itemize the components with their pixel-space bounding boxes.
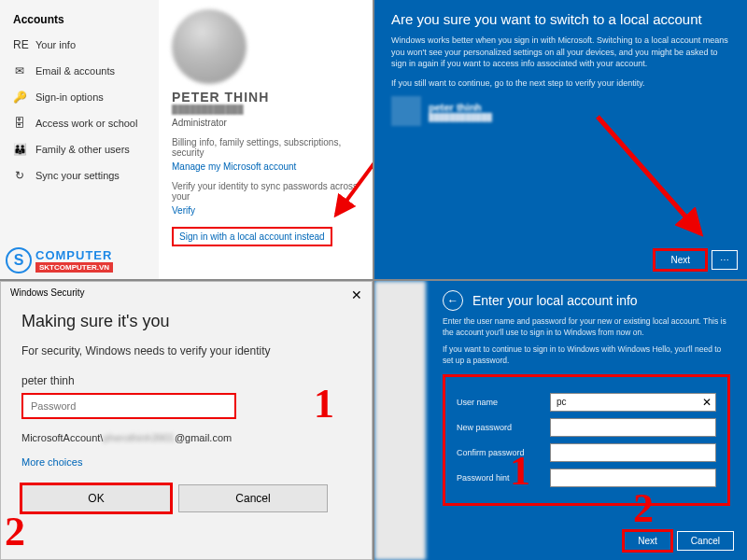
sidebar-item-sync[interactable]: ↻Sync your settings [0, 162, 159, 189]
sidebar-item-your-info[interactable]: REYour info [0, 32, 159, 58]
watermark-logo: S COMPUTER SKTCOMPUTER.VN [6, 247, 113, 273]
sidebar-title: Accounts [0, 7, 159, 32]
next-button[interactable]: Next [624, 531, 671, 551]
settings-accounts-panel: Accounts REYour info ✉Email & accounts 🔑… [0, 0, 373, 279]
dialog-buttons: OK Cancel [21, 484, 351, 512]
logo-text: COMPUTER [35, 248, 113, 262]
briefcase-icon: 🗄 [13, 117, 26, 130]
sidebar-item-family[interactable]: 👪Family & other users [0, 136, 159, 162]
password-input[interactable] [21, 393, 236, 419]
annotation-number-1: 1 [510, 447, 530, 495]
sidebar-item-label: Email & accounts [35, 65, 115, 77]
new-password-label: New password [457, 423, 541, 432]
logo-url: SKTCOMPUTER.VN [35, 262, 113, 273]
billing-line: Billing info, family settings, subscript… [172, 137, 359, 158]
verify-link[interactable]: Verify [172, 205, 359, 216]
dialog-desc-1: Enter the user name and password for you… [443, 316, 730, 339]
user-role: Administrator [172, 118, 359, 128]
username-input[interactable]: pc✕ [550, 393, 716, 412]
svg-line-1 [598, 117, 700, 233]
form-highlight: User name pc✕ New password Confirm passw… [443, 374, 730, 506]
sidebar-item-label: Sign-in options [35, 91, 104, 103]
family-icon: 👪 [13, 143, 26, 156]
sign-in-local-link[interactable]: Sign in with a local account instead [172, 227, 332, 246]
dialog-body-2: If you still want to continue, go to the… [391, 77, 730, 90]
arrow-annotation-icon [588, 112, 719, 243]
person-icon: RE [13, 38, 26, 51]
user-tile: peter thinh ████████████ [391, 96, 730, 126]
dialog-titlebar: Windows Security ✕ [1, 282, 372, 308]
windows-security-dialog: Windows Security ✕ Making sure it's you … [0, 281, 373, 560]
username-label: peter thinh [21, 374, 351, 387]
annotation-number-2: 2 [5, 508, 25, 555]
arrow-left-icon: ← [447, 294, 458, 307]
dialog-title: Are you sure you want to switch to a loc… [391, 11, 730, 27]
sidebar-item-label: Family & other users [35, 144, 130, 155]
back-button[interactable]: ← [443, 290, 463, 311]
dialog-body: Windows works better when you sign in wi… [391, 35, 730, 70]
sidebar-item-label: Your info [35, 39, 76, 50]
more-choices-link[interactable]: More choices [21, 456, 351, 468]
avatar [391, 96, 421, 126]
logo-badge-icon: S [6, 247, 32, 273]
clear-icon[interactable]: ✕ [702, 396, 712, 409]
avatar [172, 9, 247, 84]
verify-line: Verify your identity to sync passwords a… [172, 181, 359, 202]
next-button[interactable]: Next [655, 250, 706, 270]
user-email: ████████████ [429, 113, 492, 121]
local-account-info-panel: ← Enter your local account info Enter th… [374, 281, 747, 560]
cancel-button[interactable]: Cancel [178, 484, 328, 512]
cancel-button[interactable]: ⋯ [712, 250, 738, 270]
dialog-subtext: For security, Windows needs to verify yo… [21, 344, 351, 357]
close-icon[interactable]: ✕ [351, 287, 362, 302]
ok-button[interactable]: OK [21, 484, 171, 512]
cancel-button[interactable]: Cancel [677, 531, 734, 551]
user-name: PETER THINH [172, 90, 359, 105]
titlebar-text: Windows Security [10, 287, 84, 302]
switch-local-confirm-panel: Are you sure you want to switch to a loc… [374, 0, 747, 279]
dialog-buttons: Next ⋯ [655, 250, 738, 270]
user-email: ████████████ [172, 105, 359, 114]
background-blur [374, 281, 426, 560]
settings-main: PETER THINH ████████████ Administrator B… [159, 0, 373, 279]
sidebar-item-signin[interactable]: 🔑Sign-in options [0, 84, 159, 110]
confirm-password-input[interactable] [550, 443, 716, 462]
manage-account-link[interactable]: Manage my Microsoft account [172, 161, 359, 172]
settings-sidebar: Accounts REYour info ✉Email & accounts 🔑… [0, 0, 159, 279]
key-icon: 🔑 [13, 91, 26, 104]
annotation-number-2: 2 [633, 484, 654, 532]
dialog-heading: Making sure it's you [21, 312, 351, 331]
new-password-input[interactable] [550, 418, 716, 437]
account-line: MicrosoftAccount\pherothinh3901@gmail.co… [21, 432, 351, 443]
username-label: User name [457, 398, 541, 407]
dialog-buttons: Next Cancel [624, 531, 734, 551]
sidebar-item-label: Access work or school [35, 118, 137, 129]
user-name: peter thinh [429, 102, 492, 113]
mail-icon: ✉ [13, 64, 26, 77]
annotation-number-1: 1 [314, 380, 334, 427]
sidebar-item-email[interactable]: ✉Email & accounts [0, 58, 159, 84]
sync-icon: ↻ [13, 169, 26, 182]
dialog-title: Enter your local account info [472, 293, 638, 308]
sidebar-item-label: Sync your settings [35, 170, 120, 181]
sidebar-item-work-school[interactable]: 🗄Access work or school [0, 110, 159, 136]
dialog-desc-2: If you want to continue to sign in to Wi… [443, 344, 730, 367]
